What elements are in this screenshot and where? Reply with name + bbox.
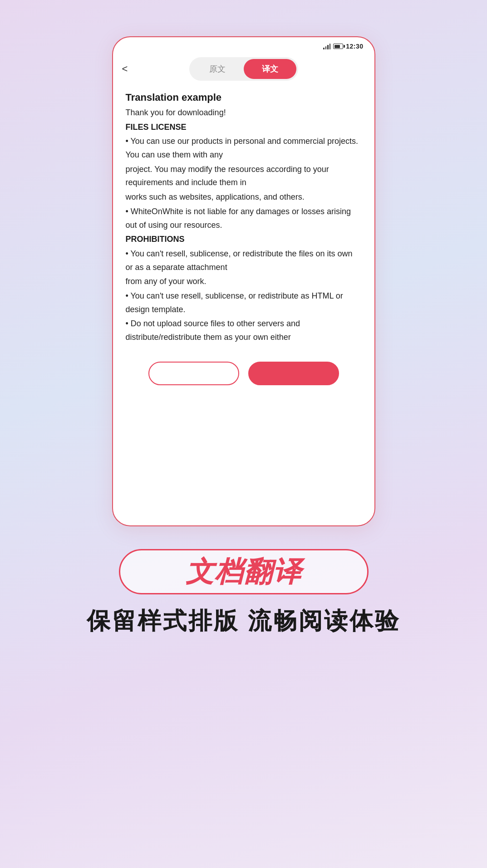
time-display: 12:30	[346, 43, 363, 50]
bottom-section: 文档翻译 保留样式排版 流畅阅读体验	[0, 526, 487, 637]
para-8: from any of your work.	[126, 275, 362, 289]
para-2: • You can use our products in personal a…	[126, 135, 362, 162]
signal-icon	[323, 43, 330, 49]
content-area: Translation example Thank you for downlo…	[113, 88, 374, 354]
para-5: • WhiteOnWhite is not liable for any dam…	[126, 205, 362, 232]
tagline: 保留样式排版 流畅阅读体验	[87, 605, 400, 637]
doc-title: Translation example	[126, 92, 362, 103]
para-0: Thank you for downloading!	[126, 106, 362, 120]
status-icons: 12:30	[323, 43, 363, 50]
para-10: • Do not upload source files to other se…	[126, 317, 362, 344]
nav-bar: < 原文 译文	[113, 54, 374, 88]
feature-pill-text: 文档翻译	[186, 553, 302, 591]
peek-btn-1[interactable]	[148, 362, 239, 385]
tab-group: 原文 译文	[189, 57, 298, 81]
para-4: works such as websites, applications, an…	[126, 191, 362, 204]
battery-fill	[335, 45, 340, 48]
para-9: • You can't use resell, sublicense, or r…	[126, 289, 362, 316]
battery-icon	[333, 44, 343, 49]
tab-translation[interactable]: 译文	[244, 59, 296, 79]
peek-btn-2[interactable]	[248, 362, 339, 385]
phone-wrapper: 12:30 < 原文 译文 Translation example Thank …	[112, 36, 375, 526]
para-1: FILES LICENSE	[126, 121, 362, 134]
para-3: project. You may modify the resources ac…	[126, 163, 362, 190]
tab-original[interactable]: 原文	[191, 59, 244, 79]
feature-pill[interactable]: 文档翻译	[119, 549, 369, 594]
doc-body: Thank you for downloading! FILES LICENSE…	[126, 106, 362, 344]
status-bar: 12:30	[113, 37, 374, 54]
phone-frame: 12:30 < 原文 译文 Translation example Thank …	[112, 36, 375, 526]
back-button[interactable]: <	[122, 63, 128, 75]
para-6: PROHIBITIONS	[126, 233, 362, 246]
para-7: • You can't resell, sublicense, or redis…	[126, 247, 362, 274]
bottom-peek	[113, 354, 374, 392]
